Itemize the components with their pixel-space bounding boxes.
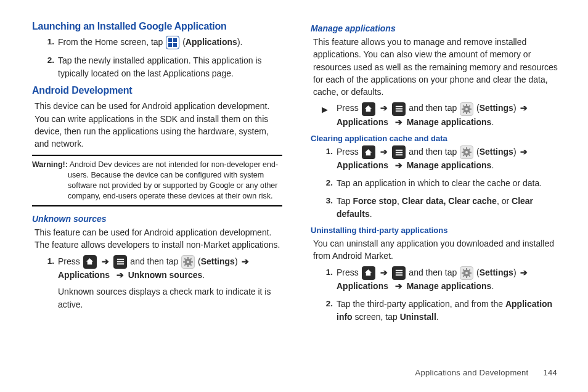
text: company, end-users operate these devices… <box>68 191 282 202</box>
text: Unknown sources displays a check mark to… <box>58 287 271 309</box>
apps-label: Applications <box>186 37 237 47</box>
list-item: 2. Tap the third-party application, and … <box>318 298 561 324</box>
arrow-icon: ➔ <box>380 267 388 277</box>
text: Tap the newly installed application. Thi… <box>58 55 262 78</box>
page-number: 144 <box>543 368 557 377</box>
menu-icon <box>392 102 406 116</box>
text: . <box>491 281 494 291</box>
text: Tap an application in which to clear the… <box>337 178 542 188</box>
text: ) <box>513 103 519 113</box>
label: Clear data, Clear cache <box>402 196 497 206</box>
android-body: This device can be used for Android appl… <box>35 100 282 150</box>
label: Applications <box>337 281 388 291</box>
text: and then tap <box>409 267 459 277</box>
warning-box: Warning!: Android Dev devices are not in… <box>32 155 282 206</box>
arrow-icon: ➔ <box>520 267 528 277</box>
text: software not provided by or supported by… <box>68 181 282 191</box>
gear-icon <box>460 102 473 116</box>
heading-unknown-sources: Unknown sources <box>32 214 282 224</box>
text: . <box>436 312 439 322</box>
text: ) <box>513 147 519 157</box>
home-icon <box>362 266 375 280</box>
home-icon <box>83 255 97 269</box>
label: Unknown sources <box>128 270 203 280</box>
list-item: ▶ Press ➔ and then tap (Settings) ➔ Appl… <box>318 102 561 128</box>
label: Force stop <box>353 196 397 206</box>
heading-launch: Launching an Installed Google Applicatio… <box>32 21 282 32</box>
arrow-icon: ➔ <box>242 256 249 266</box>
arrow-icon: ➔ <box>395 281 402 291</box>
list-item: 1. Press ➔ and then tap (Settings) ➔ App… <box>39 255 282 311</box>
arrow-icon: ➔ <box>116 270 124 280</box>
page-footer: Applications and Development 144 <box>415 368 557 377</box>
text: Tap <box>337 196 353 206</box>
manage-body: This feature allows you to manage and re… <box>313 36 561 98</box>
arrow-icon: ➔ <box>520 103 528 113</box>
text: Tap the third-party application, and fro… <box>337 299 505 309</box>
label: Applications <box>58 270 110 280</box>
text: and then tap <box>409 147 459 157</box>
warning-lead: Warning!: <box>32 160 68 169</box>
gear-icon <box>460 145 473 159</box>
label: Settings <box>480 267 513 277</box>
label: Uninstall <box>400 312 436 322</box>
arrow-icon: ➔ <box>380 147 388 157</box>
unknown-body: This feature can be used for Android app… <box>35 226 282 251</box>
manage-steps: ▶ Press ➔ and then tap (Settings) ➔ Appl… <box>318 102 561 128</box>
label: Manage applications <box>407 117 492 127</box>
text: , or <box>497 196 512 206</box>
list-item: 2. Tap an application in which to clear … <box>318 177 561 190</box>
list-item: 2. Tap the newly installed application. … <box>39 54 282 80</box>
label: Settings <box>201 256 235 266</box>
label: Manage applications <box>407 160 492 170</box>
list-item: 1. From the Home screen, tap (Applicatio… <box>39 36 282 49</box>
text: and then tap <box>409 103 459 113</box>
text: . <box>202 270 205 280</box>
text: Press <box>337 103 361 113</box>
text: . <box>491 160 494 170</box>
label: Settings <box>480 103 513 113</box>
label: Applications <box>337 160 388 170</box>
heading-uninstall: Uninstalling third-party applications <box>311 226 561 235</box>
text: From the Home screen, tap <box>58 37 165 47</box>
apps-icon <box>166 36 179 49</box>
gear-icon <box>460 266 473 280</box>
uninstall-body: You can uninstall any application you do… <box>313 237 561 263</box>
left-column: Launching an Installed Google Applicatio… <box>32 21 282 329</box>
footer-section: Applications and Development <box>415 368 528 377</box>
text: ). <box>237 37 243 47</box>
uninstall-steps: 1. Press ➔ and then tap (Settings) ➔ App… <box>318 266 561 324</box>
arrow-icon: ➔ <box>520 147 528 157</box>
text: Press <box>337 267 361 277</box>
heading-clearing: Clearing application cache and data <box>311 134 561 143</box>
menu-icon <box>392 266 406 280</box>
text: ) <box>235 256 240 266</box>
text: Android Dev devices are not intended for… <box>68 160 278 169</box>
text: . <box>370 209 372 219</box>
arrow-icon: ➔ <box>395 117 402 127</box>
right-column: Manage applications This feature allows … <box>311 21 561 329</box>
text: Press <box>337 147 361 157</box>
label: Applications <box>337 117 388 127</box>
text: ) <box>513 267 519 277</box>
gear-icon <box>181 255 195 269</box>
launch-steps: 1. From the Home screen, tap (Applicatio… <box>39 36 282 80</box>
heading-android-dev: Android Development <box>32 85 282 96</box>
unknown-steps: 1. Press ➔ and then tap (Settings) ➔ App… <box>39 255 282 311</box>
text: and then tap <box>130 256 181 266</box>
text: , <box>397 196 402 206</box>
menu-icon <box>392 145 406 159</box>
home-icon <box>362 145 375 159</box>
home-icon <box>362 102 375 116</box>
text: screen, tap <box>353 312 400 322</box>
label: Manage applications <box>407 281 492 291</box>
label: Settings <box>480 147 513 157</box>
clear-steps: 1. Press ➔ and then tap (Settings) ➔ App… <box>318 145 561 221</box>
list-item: 1. Press ➔ and then tap (Settings) ➔ App… <box>318 266 561 293</box>
menu-icon <box>113 255 127 269</box>
heading-manage-apps: Manage applications <box>311 23 561 33</box>
text: users. Because the device can be configu… <box>68 170 282 181</box>
arrow-icon: ➔ <box>102 256 109 266</box>
text: . <box>491 117 494 127</box>
arrow-icon: ➔ <box>380 103 388 113</box>
